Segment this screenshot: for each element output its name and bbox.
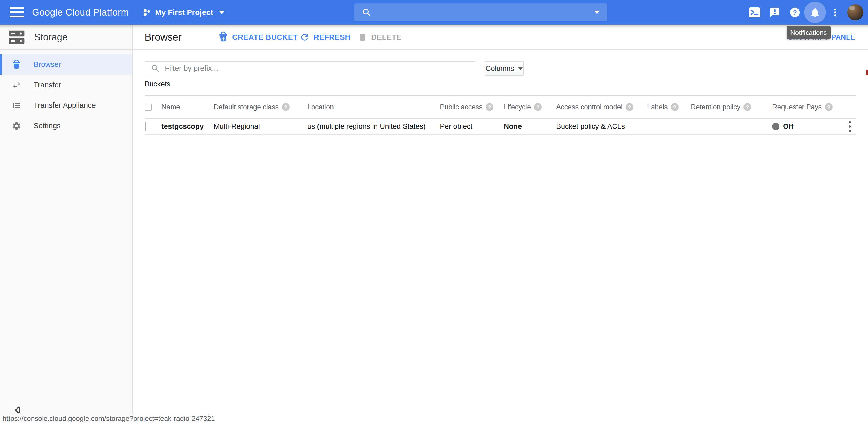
help-icon[interactable]: ? <box>534 103 542 111</box>
column-header-default-storage-class[interactable]: Default storage class ? <box>214 103 307 111</box>
more-vertical-icon <box>830 7 840 18</box>
sidebar-item-label: Settings <box>34 121 61 130</box>
project-name: My First Project <box>155 8 213 17</box>
column-header-retention-policy[interactable]: Retention policy ? <box>691 103 772 111</box>
column-header-labels[interactable]: Labels ? <box>647 103 691 111</box>
delete-button[interactable]: DELETE <box>358 25 402 50</box>
edge-artifact <box>866 70 868 76</box>
sidebar-item-label: Transfer <box>34 81 61 89</box>
cell-location: us (multiple regions in United States) <box>307 122 440 131</box>
svg-text:?: ? <box>793 8 797 16</box>
collapse-sidebar-icon <box>13 405 22 415</box>
product-name: Storage <box>34 32 68 43</box>
project-icon <box>143 8 151 17</box>
chevron-down-icon <box>219 10 225 14</box>
more-options-button[interactable] <box>825 0 845 25</box>
page-title: Browser <box>145 25 182 50</box>
buckets-section-label: Buckets <box>145 80 170 88</box>
transfer-appliance-icon <box>11 101 22 110</box>
sidebar-nav: Browser Transfer <box>0 54 132 136</box>
status-dot-icon <box>772 123 779 130</box>
column-header-public-access[interactable]: Public access ? <box>440 103 504 111</box>
sidebar-item-transfer-appliance[interactable]: Transfer Appliance <box>0 95 132 116</box>
app-header: Google Cloud Platform My First Project <box>0 0 868 25</box>
help-icon[interactable]: ? <box>282 103 289 111</box>
bucket-name-link[interactable]: testgcscopy <box>161 122 214 131</box>
bucket-icon <box>11 60 22 69</box>
help-button[interactable]: ? <box>785 0 805 25</box>
filter-search-icon <box>151 64 160 73</box>
notifications-bell-icon <box>810 7 820 18</box>
buckets-table: Name Default storage class ? Location Pu… <box>145 95 856 135</box>
sidebar-item-label: Transfer Appliance <box>34 101 96 110</box>
columns-button[interactable]: Columns <box>485 61 524 76</box>
refresh-button[interactable]: REFRESH <box>300 25 350 50</box>
create-bucket-label: CREATE BUCKET <box>232 33 298 41</box>
table-row: testgcscopy Multi-Regional us (multiple … <box>145 119 856 135</box>
cloud-shell-button[interactable] <box>745 0 765 25</box>
hamburger-menu-icon[interactable] <box>10 7 24 18</box>
transfer-icon <box>11 80 22 90</box>
column-header-lifecycle[interactable]: Lifecycle ? <box>504 103 556 111</box>
storage-product-icon <box>8 30 25 45</box>
feedback-icon <box>769 7 780 18</box>
cell-access-control-model: Bucket policy & ACLs <box>556 122 647 131</box>
help-icon: ? <box>789 7 800 18</box>
search-icon <box>362 7 371 17</box>
delete-icon <box>358 32 367 42</box>
sidebar-item-browser[interactable]: Browser <box>0 54 132 75</box>
columns-button-label: Columns <box>486 64 514 73</box>
help-icon[interactable]: ? <box>743 103 751 111</box>
header-icon-group: ? <box>745 0 868 25</box>
filter-input-container <box>145 61 475 75</box>
column-header-requester-pays[interactable]: Requester Pays ? <box>772 103 837 111</box>
global-search[interactable] <box>354 3 607 21</box>
cell-public-access: Per object <box>440 122 504 131</box>
gcp-logo[interactable]: Google Cloud Platform <box>32 0 129 25</box>
feedback-button[interactable] <box>765 0 785 25</box>
row-menu-button[interactable] <box>844 121 856 132</box>
product-header: Storage <box>0 25 132 50</box>
help-icon[interactable]: ? <box>486 103 493 111</box>
project-selector[interactable]: My First Project <box>143 0 225 25</box>
create-bucket-icon <box>218 32 228 43</box>
cell-requester-pays: Off <box>772 122 837 131</box>
column-header-name[interactable]: Name <box>161 103 214 111</box>
column-header-location[interactable]: Location <box>307 103 440 111</box>
columns-caret-icon <box>518 67 523 70</box>
help-icon[interactable]: ? <box>825 103 833 111</box>
sidebar-item-label: Browser <box>34 60 61 69</box>
row-checkbox[interactable] <box>145 122 146 131</box>
gcp-console: Google Cloud Platform My First Project <box>0 0 868 423</box>
select-all-checkbox[interactable] <box>145 104 152 111</box>
gear-icon <box>11 121 22 131</box>
help-icon[interactable]: ? <box>671 103 679 111</box>
sidebar-item-settings[interactable]: Settings <box>0 116 132 136</box>
refresh-label: REFRESH <box>314 33 350 41</box>
refresh-icon <box>300 32 309 42</box>
sidebar: Browser Transfer <box>0 50 132 423</box>
sidebar-item-transfer[interactable]: Transfer <box>0 75 132 95</box>
requester-pays-value: Off <box>783 122 793 131</box>
avatar[interactable] <box>847 4 863 21</box>
search-dropdown-icon[interactable] <box>594 10 600 14</box>
main-content: Columns Buckets Name Default storage cla… <box>132 50 868 423</box>
cell-default-storage-class: Multi-Regional <box>214 122 307 131</box>
secondary-bar: Storage Browser CREATE BUCKET REFRESH D <box>0 25 868 50</box>
notifications-tooltip: Notifications <box>786 26 831 39</box>
browser-status-bar: https://console.cloud.google.com/storage… <box>0 414 209 423</box>
notifications-button[interactable] <box>805 0 825 25</box>
help-icon[interactable]: ? <box>626 103 633 111</box>
status-url: https://console.cloud.google.com/storage… <box>3 415 215 423</box>
delete-label: DELETE <box>371 33 402 41</box>
column-header-access-control-model[interactable]: Access control model ? <box>556 103 647 111</box>
create-bucket-button[interactable]: CREATE BUCKET <box>218 25 298 50</box>
cloud-shell-icon <box>749 7 760 17</box>
filter-input[interactable] <box>165 64 462 73</box>
table-header-row: Name Default storage class ? Location Pu… <box>145 96 856 119</box>
cell-lifecycle: None <box>504 122 556 131</box>
